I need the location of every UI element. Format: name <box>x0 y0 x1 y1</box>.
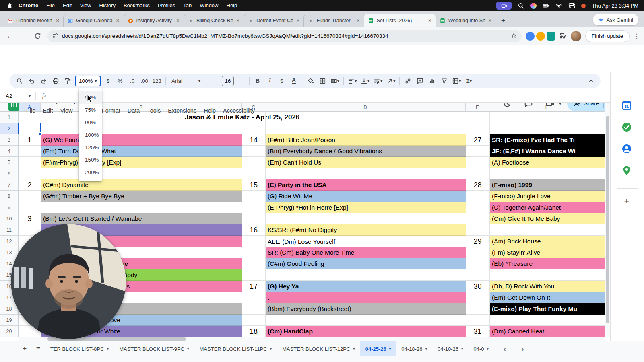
strikethrough-button[interactable]: S <box>276 76 287 86</box>
cell-D3[interactable]: (F#m) Billie Jean/Poison <box>265 134 466 146</box>
cell-F14[interactable]: (Eb) *Treasure <box>489 258 605 269</box>
scroll-tabs-right-icon[interactable]: › <box>516 341 529 356</box>
cell-F7[interactable]: (F-mixo) 1999 <box>489 179 605 191</box>
menu-help[interactable]: Help <box>200 105 219 116</box>
column-header-E[interactable]: E <box>466 103 489 112</box>
sheet-tab-ter-block-list-8pc[interactable]: TER BLOCK LIST-8PC▾ <box>45 341 114 356</box>
browser-tab[interactable]: Funds Transfer× <box>303 14 363 27</box>
row-header-20[interactable]: 20 <box>0 326 19 337</box>
ask-gemini-button[interactable]: Ask Gemini <box>593 14 638 25</box>
row-header-2[interactable]: 2 <box>0 123 19 134</box>
menu-file[interactable]: File <box>23 105 39 116</box>
more-formats-button[interactable]: 123 <box>151 76 163 86</box>
format-percent-button[interactable]: % <box>115 76 126 86</box>
browser-menu-icon[interactable]: ⋮ <box>634 32 640 40</box>
row-header-19[interactable]: 19 <box>0 315 19 326</box>
menu-edit[interactable]: Edit <box>39 105 56 116</box>
menu-view[interactable]: View <box>56 105 76 116</box>
hide-toolbar-icon[interactable] <box>585 76 597 86</box>
zoom-option-50[interactable]: 50% <box>79 91 102 104</box>
browser-tab[interactable]: Planning Meetin× <box>3 14 63 27</box>
cell-B8[interactable]: (G#m) Timber + Bye Bye Bye <box>41 191 242 202</box>
site-settings-icon[interactable] <box>52 33 58 40</box>
merge-cells-icon[interactable]: ▾ <box>329 76 341 86</box>
decrease-font-size-button[interactable]: − <box>209 76 220 86</box>
font-family-control[interactable]: Arial ▾ <box>168 76 204 86</box>
menu-data[interactable]: Data <box>124 105 144 116</box>
cell-F5[interactable]: (A) Footloose <box>489 157 605 168</box>
reload-button[interactable] <box>31 30 43 42</box>
cell-E3[interactable]: 27 <box>466 134 489 146</box>
finish-update-button[interactable]: Finish update <box>585 30 630 42</box>
browser-tab[interactable]: 23Google Calendar× <box>63 14 123 27</box>
increase-font-size-button[interactable]: + <box>235 76 247 86</box>
macos-menu-history[interactable]: History <box>95 0 119 11</box>
maps-icon[interactable] <box>621 165 632 176</box>
cell-C11[interactable]: 16 <box>242 224 265 236</box>
search-menus-icon[interactable] <box>14 76 25 86</box>
cell-F12[interactable]: (Am) Brick House <box>489 236 605 247</box>
sheet-tab-master-block-list-11pc[interactable]: MASTER BLOCK LIST-11PC▾ <box>194 341 277 356</box>
cell-C7[interactable]: 15 <box>242 179 265 191</box>
scroll-tabs-left-icon[interactable]: ‹ <box>498 341 512 356</box>
apple-icon[interactable] <box>6 2 12 9</box>
screen-share-indicator[interactable] <box>496 2 512 10</box>
extensions-puzzle-icon[interactable] <box>557 30 569 42</box>
cell-B7[interactable]: (C#m) Dynamite <box>41 179 242 191</box>
webcam-overlay[interactable] <box>11 224 126 339</box>
insert-link-icon[interactable] <box>402 76 413 86</box>
insert-comment-icon[interactable] <box>414 76 425 86</box>
row-header-1[interactable]: 1 <box>0 112 19 123</box>
macos-menu-edit[interactable]: Edit <box>59 0 76 11</box>
battery-icon[interactable] <box>543 2 549 9</box>
cell-B3[interactable]: (G) We Found Love <box>41 134 242 146</box>
tab-close-icon[interactable]: × <box>235 17 240 24</box>
cell-C3[interactable]: 14 <box>242 134 265 146</box>
cell-A7[interactable]: 2 <box>19 179 41 191</box>
cell-D5[interactable]: (Em) Can't Hold Us <box>265 157 466 168</box>
macos-menu-profiles[interactable]: Profiles <box>154 0 179 11</box>
font-size-field[interactable]: 16 <box>222 76 234 86</box>
cell-D7[interactable]: (E) Party in the USA <box>265 179 466 191</box>
sheet-tab-04-10-26[interactable]: 04-10-26▾ <box>432 341 469 356</box>
macos-menu-view[interactable]: View <box>76 0 95 11</box>
cell-D9[interactable]: (E-Phryg) *Hot in Herre [Exp] <box>265 202 466 213</box>
pivot-table-icon[interactable]: ▾ <box>450 76 462 86</box>
text-wrap-icon[interactable]: ▾ <box>372 76 384 86</box>
macos-menu-file[interactable]: File <box>42 0 59 11</box>
vertical-align-icon[interactable]: ▾ <box>359 76 371 86</box>
paint-format-icon[interactable] <box>62 76 73 86</box>
cell-F13[interactable]: (Fm) Stayin' Alive <box>489 247 605 258</box>
wifi-icon[interactable] <box>555 2 562 9</box>
insert-chart-icon[interactable] <box>426 76 438 86</box>
cell-F18[interactable]: (E-mixo) Play That Funky Mu <box>489 303 605 315</box>
macos-menu-bookmarks[interactable]: Bookmarks <box>120 0 154 11</box>
fill-handle[interactable] <box>39 132 42 135</box>
active-cell-selection[interactable] <box>18 123 41 134</box>
cell-E16[interactable]: 30 <box>466 281 489 292</box>
cell-F16[interactable]: (Db, D) Rock With You <box>489 281 605 292</box>
cell-B10[interactable]: (Bm) Let's Get It Started / Wannabe <box>41 213 242 224</box>
row-header-12[interactable]: 12 <box>0 236 19 247</box>
tab-close-icon[interactable]: × <box>487 17 492 24</box>
print-icon[interactable] <box>50 76 61 86</box>
cell-D16[interactable]: (G) Hey Ya <box>265 281 466 292</box>
back-button[interactable]: ← <box>4 30 16 42</box>
row-header-5[interactable]: 5 <box>0 157 19 168</box>
menu-extensions[interactable]: Extensions <box>164 105 200 116</box>
browser-profile-avatar[interactable] <box>571 31 581 41</box>
functions-button[interactable]: Σ▾ <box>463 76 475 86</box>
horizontal-align-icon[interactable]: ▾ <box>346 76 358 86</box>
cell-D13[interactable]: SR: (Cm) Baby One More Time <box>265 247 466 258</box>
text-rotation-icon[interactable]: ▾ <box>385 76 397 86</box>
row-header-9[interactable]: 9 <box>0 202 19 213</box>
cell-D14[interactable]: (C#m) Good Feeling <box>265 258 466 269</box>
menu-accessibility[interactable]: Accessibility <box>219 105 258 116</box>
extension-icon-2[interactable] <box>536 32 545 41</box>
extension-icon-1[interactable] <box>526 32 535 41</box>
cell-D20[interactable]: (Cm) HandClap <box>265 326 466 337</box>
row-header-3[interactable]: 3 <box>0 134 19 146</box>
increase-decimal-button[interactable]: .00 <box>139 76 150 86</box>
tab-close-icon[interactable]: × <box>55 17 60 24</box>
cell-E12[interactable]: 29 <box>466 236 489 247</box>
